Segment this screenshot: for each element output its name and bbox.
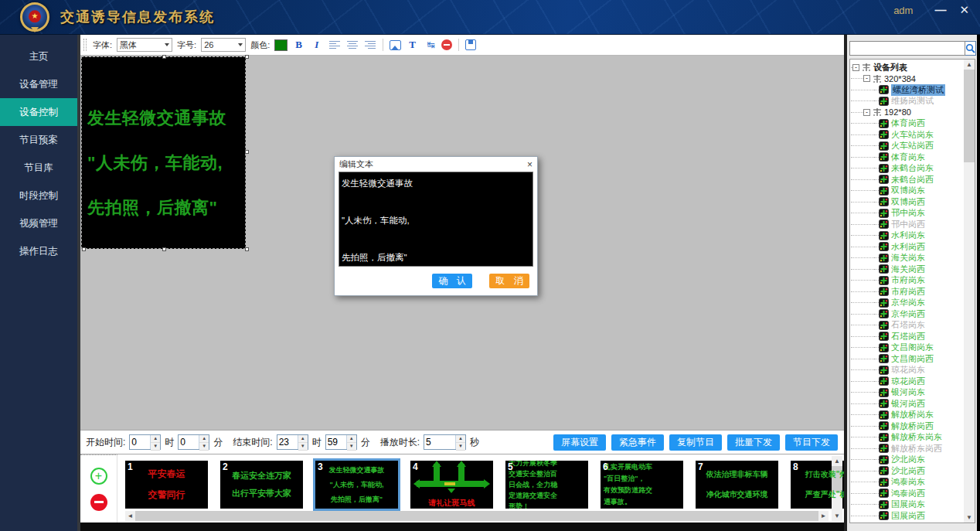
device-item[interactable]: 琼花岗西 — [851, 376, 963, 387]
device-item[interactable]: 文昌阁岗东 — [851, 342, 963, 354]
scroll-right-icon[interactable]: ► — [818, 511, 829, 521]
sidebar-item-5[interactable]: 节目库 — [0, 154, 77, 182]
sidebar-item-4[interactable]: 节目预案 — [0, 126, 77, 154]
horizontal-scrollbar[interactable]: ◄ ► — [125, 511, 829, 521]
color-swatch[interactable] — [274, 39, 288, 51]
tree-scrollbar[interactable]: ▲ ▼ — [964, 60, 975, 522]
sidebar-item-7[interactable]: 视频管理 — [0, 209, 77, 237]
playlist-thumbnail-5[interactable]: 5大力开展秋冬季交通安全整治百日会战，全力稳定道路交通安全形势！ — [505, 461, 588, 509]
action-button-5[interactable]: 节目下发 — [785, 434, 838, 451]
collapse-icon[interactable]: - — [852, 64, 859, 71]
device-item[interactable]: 维扬岗测试 — [851, 96, 963, 107]
device-item[interactable]: 市府岗西 — [851, 286, 963, 298]
spin-down-icon[interactable]: ▼ — [298, 443, 308, 451]
device-item[interactable]: 石塔岗西 — [851, 331, 963, 342]
save-button[interactable] — [465, 39, 476, 50]
device-item[interactable]: 邗中岗西 — [851, 219, 963, 230]
device-item[interactable]: 国展岗东 — [851, 499, 963, 511]
scroll-down-icon[interactable]: ▼ — [964, 512, 975, 522]
insert-image-button[interactable] — [390, 40, 401, 50]
device-item[interactable]: 银河岗东 — [851, 387, 963, 399]
stop-button[interactable] — [441, 39, 452, 50]
device-item[interactable]: 解放桥岗东 — [851, 410, 963, 421]
device-group[interactable]: -320*384 — [851, 73, 963, 85]
device-group[interactable]: -192*80 — [851, 107, 963, 118]
device-item[interactable]: 体育岗西 — [851, 118, 963, 130]
playlist-thumbnail-1[interactable]: 1平安春运交警同行 — [125, 461, 208, 509]
playlist-thumbnail-3[interactable]: 3发生轻微交通事故"人未伤，车能动,先拍照，后撤离" — [315, 461, 398, 509]
collapse-icon[interactable]: - — [863, 75, 870, 82]
device-item[interactable]: 沙北岗东 — [851, 454, 963, 466]
start-minute-stepper[interactable]: ▲▼ — [178, 434, 209, 450]
device-item[interactable]: 海关岗东 — [851, 253, 963, 264]
device-search-input[interactable] — [849, 41, 965, 56]
spin-up-icon[interactable]: ▲ — [347, 435, 356, 443]
action-button-1[interactable]: 屏幕设置 — [553, 434, 606, 451]
spin-down-icon[interactable]: ▼ — [456, 443, 465, 451]
spin-up-icon[interactable]: ▲ — [298, 435, 308, 443]
playlist-thumbnail-2[interactable]: 2春运安全连万家出行平安带大家 — [220, 461, 303, 509]
playlist-thumbnail-7[interactable]: 7依法治理非标车辆净化城市交通环境 — [696, 461, 778, 509]
resize-handle[interactable] — [245, 247, 249, 251]
end-hour-stepper[interactable]: ▲▼ — [277, 434, 308, 450]
spin-up-icon[interactable]: ▲ — [151, 435, 160, 443]
action-button-2[interactable]: 紧急事件 — [611, 434, 664, 451]
resize-handle[interactable] — [162, 55, 166, 59]
search-button[interactable] — [965, 41, 976, 56]
device-item[interactable]: 京华岗东 — [851, 298, 963, 309]
spin-down-icon[interactable]: ▼ — [151, 443, 160, 451]
tree-root[interactable]: -设备列表 — [851, 62, 963, 73]
minimize-icon[interactable]: — — [934, 3, 945, 17]
device-item[interactable]: 国展岗西 — [851, 510, 963, 522]
device-item[interactable]: 体育岗东 — [851, 151, 963, 163]
device-item[interactable]: 琼花岗东 — [851, 365, 963, 376]
action-button-4[interactable]: 批量下发 — [727, 434, 780, 451]
device-item[interactable]: 解放桥东岗西 — [851, 443, 963, 454]
sidebar-item-8[interactable]: 操作日志 — [0, 237, 77, 265]
font-family-select[interactable]: 黑体 — [117, 38, 172, 52]
editor-canvas[interactable]: 发生轻微交通事故"人未伤，车能动,先拍照，后撤离" 编辑文本 × 发生轻微交通事… — [80, 56, 844, 430]
insert-text-button[interactable]: T — [406, 39, 419, 52]
confirm-button[interactable]: 确 认 — [432, 274, 472, 288]
resize-handle[interactable] — [245, 55, 249, 59]
device-item[interactable]: 文昌阁岗西 — [851, 353, 963, 365]
device-item[interactable]: 邗中岗东 — [851, 208, 963, 220]
action-button-3[interactable]: 复制节目 — [669, 434, 722, 451]
device-item[interactable]: 水利岗西 — [851, 241, 963, 253]
sidebar-item-3[interactable]: 设备控制 — [0, 98, 77, 126]
resize-handle[interactable] — [162, 247, 166, 251]
align-right-button[interactable] — [363, 39, 376, 52]
device-item[interactable]: 双博岗西 — [851, 196, 963, 208]
spin-up-icon[interactable]: ▲ — [456, 435, 465, 443]
align-left-button[interactable] — [328, 39, 341, 52]
italic-button[interactable]: I — [310, 39, 323, 52]
spin-down-icon[interactable]: ▼ — [347, 443, 356, 451]
device-item[interactable]: 京华岗西 — [851, 308, 963, 320]
delete-frame-button[interactable] — [90, 494, 107, 511]
device-item[interactable]: 银河岗西 — [851, 398, 963, 410]
start-hour-stepper[interactable]: ▲▼ — [129, 434, 161, 450]
playlist-thumbnail-4[interactable]: 4请礼让斑马线 — [410, 461, 493, 509]
duration-stepper[interactable]: ▲▼ — [424, 434, 466, 450]
device-item[interactable]: 海关岗西 — [851, 264, 963, 275]
scrollbar-thumb[interactable] — [964, 70, 975, 162]
device-item[interactable]: 鸿泰岗东 — [851, 477, 963, 488]
cancel-button[interactable]: 取 消 — [489, 274, 529, 288]
scroll-left-icon[interactable]: ◄ — [125, 511, 135, 521]
font-size-select[interactable]: 26 — [201, 38, 246, 52]
add-frame-button[interactable]: + — [90, 468, 107, 485]
dialog-textarea[interactable]: 发生轻微交通事故"人未伤，车能动,先拍照，后撤离" — [339, 172, 533, 267]
device-item[interactable]: 解放桥岗西 — [851, 420, 963, 432]
device-item[interactable]: 来鹤台岗东 — [851, 163, 963, 175]
collapse-icon[interactable]: - — [863, 109, 870, 116]
sidebar-item-6[interactable]: 时段控制 — [0, 182, 77, 209]
logged-in-user[interactable]: adm — [893, 5, 913, 16]
device-item[interactable]: 石塔岗东 — [851, 320, 963, 332]
playlist-thumbnail-6[interactable]: 6扎实开展电动车"百日整治"，有效预防道路交通事故。 — [601, 461, 683, 509]
device-item[interactable]: 火车站岗西 — [851, 141, 963, 152]
device-item[interactable]: 火车站岗东 — [851, 129, 963, 141]
device-item[interactable]: 市府岗东 — [851, 275, 963, 287]
device-item[interactable]: 水利岗东 — [851, 230, 963, 242]
sidebar-item-1[interactable]: 主页 — [0, 43, 77, 70]
scroll-down-icon[interactable]: ▼ — [832, 511, 842, 521]
